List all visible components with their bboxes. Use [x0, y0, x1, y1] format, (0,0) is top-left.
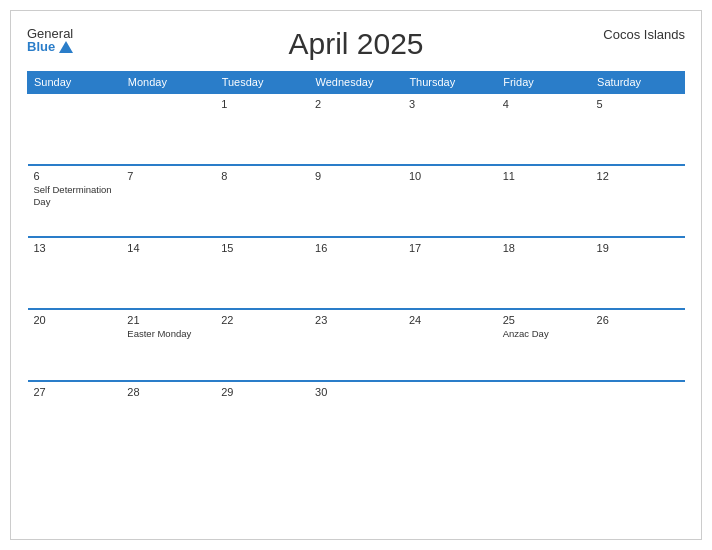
logo-blue-text: Blue	[27, 40, 73, 53]
calendar-cell: 2	[309, 93, 403, 165]
calendar-cell: 11	[497, 165, 591, 237]
calendar-cell	[28, 93, 122, 165]
day-number: 5	[597, 98, 679, 110]
calendar-cell: 13	[28, 237, 122, 309]
calendar-cell	[121, 93, 215, 165]
calendar-cell	[497, 381, 591, 453]
day-number: 26	[597, 314, 679, 326]
day-number: 9	[315, 170, 397, 182]
calendar-cell: 23	[309, 309, 403, 381]
holiday-name: Self Determination Day	[34, 184, 116, 209]
calendar-cell: 5	[591, 93, 685, 165]
header-tuesday: Tuesday	[215, 72, 309, 94]
day-number: 1	[221, 98, 303, 110]
calendar-cell: 14	[121, 237, 215, 309]
calendar-cell: 27	[28, 381, 122, 453]
day-number: 30	[315, 386, 397, 398]
day-number: 10	[409, 170, 491, 182]
calendar-grid: Sunday Monday Tuesday Wednesday Thursday…	[27, 71, 685, 453]
day-number: 8	[221, 170, 303, 182]
day-number: 6	[34, 170, 116, 182]
day-number: 28	[127, 386, 209, 398]
calendar-cell: 16	[309, 237, 403, 309]
header-monday: Monday	[121, 72, 215, 94]
calendar-cell: 4	[497, 93, 591, 165]
calendar-week-row: 13141516171819	[28, 237, 685, 309]
calendar-cell	[403, 381, 497, 453]
region-label: Cocos Islands	[603, 27, 685, 42]
day-number: 18	[503, 242, 585, 254]
day-number: 17	[409, 242, 491, 254]
header-saturday: Saturday	[591, 72, 685, 94]
day-number: 4	[503, 98, 585, 110]
calendar-cell: 21Easter Monday	[121, 309, 215, 381]
holiday-name: Anzac Day	[503, 328, 585, 340]
calendar-cell: 19	[591, 237, 685, 309]
day-number: 3	[409, 98, 491, 110]
calendar-cell: 3	[403, 93, 497, 165]
calendar-cell: 29	[215, 381, 309, 453]
calendar-cell: 26	[591, 309, 685, 381]
day-number: 11	[503, 170, 585, 182]
header-thursday: Thursday	[403, 72, 497, 94]
calendar-week-row: 27282930	[28, 381, 685, 453]
calendar-week-row: 2021Easter Monday22232425Anzac Day26	[28, 309, 685, 381]
calendar-cell: 10	[403, 165, 497, 237]
calendar-week-row: 6Self Determination Day789101112	[28, 165, 685, 237]
calendar-cell: 12	[591, 165, 685, 237]
calendar-cell: 1	[215, 93, 309, 165]
weekday-header-row: Sunday Monday Tuesday Wednesday Thursday…	[28, 72, 685, 94]
header-wednesday: Wednesday	[309, 72, 403, 94]
day-number: 15	[221, 242, 303, 254]
calendar-cell: 9	[309, 165, 403, 237]
day-number: 12	[597, 170, 679, 182]
day-number: 14	[127, 242, 209, 254]
day-number: 16	[315, 242, 397, 254]
calendar-cell: 6Self Determination Day	[28, 165, 122, 237]
calendar-cell: 15	[215, 237, 309, 309]
day-number: 2	[315, 98, 397, 110]
calendar-cell: 7	[121, 165, 215, 237]
day-number: 13	[34, 242, 116, 254]
calendar-title: April 2025	[288, 27, 423, 61]
day-number: 29	[221, 386, 303, 398]
logo-triangle-icon	[59, 41, 73, 53]
calendar-week-row: 12345	[28, 93, 685, 165]
calendar-cell: 22	[215, 309, 309, 381]
logo: General Blue	[27, 27, 73, 53]
day-number: 19	[597, 242, 679, 254]
day-number: 23	[315, 314, 397, 326]
holiday-name: Easter Monday	[127, 328, 209, 340]
calendar-cell: 24	[403, 309, 497, 381]
calendar-container: General Blue April 2025 Cocos Islands Su…	[10, 10, 702, 540]
day-number: 25	[503, 314, 585, 326]
calendar-cell: 18	[497, 237, 591, 309]
calendar-cell: 20	[28, 309, 122, 381]
calendar-cell: 8	[215, 165, 309, 237]
calendar-cell: 17	[403, 237, 497, 309]
calendar-cell: 28	[121, 381, 215, 453]
day-number: 7	[127, 170, 209, 182]
day-number: 20	[34, 314, 116, 326]
calendar-cell: 25Anzac Day	[497, 309, 591, 381]
day-number: 24	[409, 314, 491, 326]
day-number: 27	[34, 386, 116, 398]
header-friday: Friday	[497, 72, 591, 94]
day-number: 21	[127, 314, 209, 326]
day-number: 22	[221, 314, 303, 326]
calendar-cell: 30	[309, 381, 403, 453]
header-sunday: Sunday	[28, 72, 122, 94]
header-row: General Blue April 2025 Cocos Islands	[27, 27, 685, 61]
calendar-cell	[591, 381, 685, 453]
